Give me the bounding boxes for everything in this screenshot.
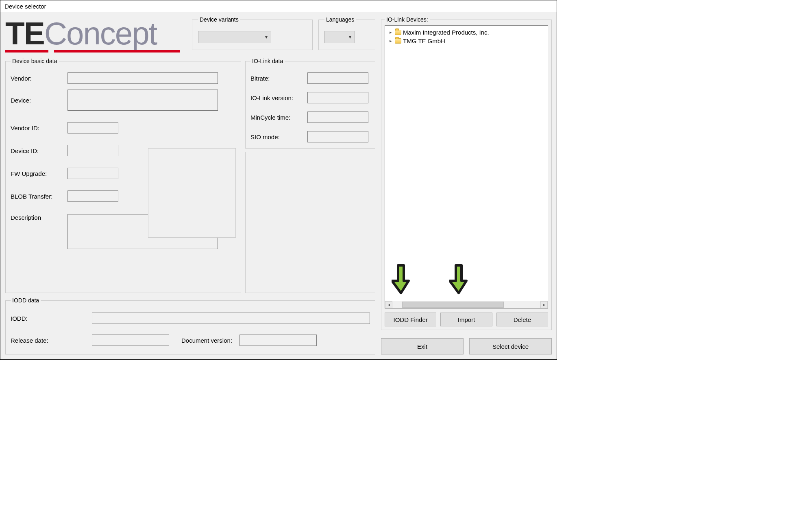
scroll-left-button[interactable]: ◂	[385, 301, 392, 308]
tree-item[interactable]: ▸ Maxim Integrated Products, Inc.	[388, 28, 544, 37]
sio-mode-field	[307, 131, 368, 142]
io-link-devices-legend: IO-Link Devices:	[385, 16, 430, 23]
right-column: IO-Link Devices: ▸ Maxim Integrated Prod…	[381, 16, 552, 354]
window-title: Device selector	[0, 0, 557, 12]
vendor-label: Vendor:	[11, 75, 67, 82]
expand-icon[interactable]: ▸	[388, 30, 393, 35]
sio-mode-label: SIO mode:	[250, 133, 307, 140]
bitrate-field	[307, 72, 368, 84]
io-link-data-group: IO-Link data Bitrate: IO-Link version: M…	[245, 58, 375, 149]
tree-horizontal-scrollbar[interactable]: ◂ ▸	[385, 301, 548, 308]
teconcept-logo: TEConcept	[5, 16, 186, 54]
io-link-data-legend: IO-Link data	[250, 58, 285, 64]
client-area: TEConcept Device variants ▾ Languages ▾	[0, 12, 557, 359]
iodd-label: IODD:	[11, 315, 88, 322]
folder-icon	[395, 30, 401, 35]
tree-item[interactable]: ▸ TMG TE GmbH	[388, 37, 544, 45]
fw-upgrade-field	[67, 168, 118, 179]
logo-te: TE	[5, 15, 44, 51]
mincycle-field	[307, 112, 368, 123]
folder-icon	[395, 38, 401, 44]
device-selector-window: Device selector TEConcept Device variant…	[0, 0, 557, 360]
device-id-label: Device ID:	[11, 147, 67, 154]
bitrate-label: Bitrate:	[250, 75, 307, 82]
logo-concept: Concept	[44, 15, 157, 51]
scroll-track[interactable]	[392, 301, 540, 308]
languages-combo[interactable]: ▾	[324, 31, 355, 43]
device-basic-data-legend: Device basic data	[11, 58, 59, 64]
release-date-label: Release date:	[11, 337, 88, 344]
extra-info-panel	[245, 152, 375, 293]
expand-icon[interactable]: ▸	[388, 38, 393, 44]
languages-group: Languages ▾	[318, 16, 375, 50]
io-link-devices-group: IO-Link Devices: ▸ Maxim Integrated Prod…	[381, 16, 552, 330]
device-variants-combo[interactable]: ▾	[198, 31, 271, 43]
mid-row: Device basic data Vendor: Device: Vendor…	[5, 58, 375, 293]
delete-button[interactable]: Delete	[496, 313, 548, 326]
top-row: TEConcept Device variants ▾ Languages ▾	[5, 16, 375, 54]
iolink-version-field	[307, 92, 368, 103]
blob-transfer-label: BLOB Transfer:	[11, 193, 67, 200]
document-version-label: Document version:	[181, 337, 232, 344]
left-column: TEConcept Device variants ▾ Languages ▾	[5, 16, 375, 354]
mincycle-label: MinCycle time:	[250, 114, 307, 121]
iolink-version-label: IO-Link version:	[250, 94, 307, 101]
iodd-field	[92, 313, 370, 324]
scroll-thumb[interactable]	[402, 302, 504, 308]
iodd-data-legend: IODD data	[11, 297, 41, 304]
devices-tree[interactable]: ▸ Maxim Integrated Products, Inc. ▸ TMG …	[385, 25, 548, 308]
chevron-down-icon: ▾	[265, 34, 268, 40]
device-id-field	[67, 145, 118, 156]
select-device-button[interactable]: Select device	[469, 338, 552, 354]
blob-transfer-field	[67, 190, 118, 202]
document-version-field	[239, 335, 317, 346]
tree-item-label: TMG TE GmbH	[403, 37, 445, 44]
scroll-right-button[interactable]: ▸	[540, 301, 548, 308]
vendor-field	[67, 72, 218, 84]
io-link-column: IO-Link data Bitrate: IO-Link version: M…	[245, 58, 375, 293]
device-basic-data-group: Device basic data Vendor: Device: Vendor…	[5, 58, 241, 293]
tree-item-label: Maxim Integrated Products, Inc.	[403, 29, 489, 36]
iodd-data-group: IODD data IODD: Release date: Document v…	[5, 297, 375, 354]
exit-button[interactable]: Exit	[381, 338, 464, 354]
iodd-finder-button[interactable]: IODD Finder	[385, 313, 436, 326]
vendor-id-label: Vendor ID:	[11, 125, 67, 131]
import-button[interactable]: Import	[440, 313, 492, 326]
device-variants-legend: Device variants	[198, 16, 240, 23]
release-date-field	[92, 335, 169, 346]
description-label: Description	[11, 214, 67, 221]
device-image-placeholder	[148, 148, 236, 238]
vendor-id-field	[67, 122, 118, 133]
device-field	[67, 90, 218, 111]
fw-upgrade-label: FW Upgrade:	[11, 170, 67, 177]
languages-legend: Languages	[324, 16, 356, 23]
device-label: Device:	[11, 97, 67, 104]
chevron-down-icon: ▾	[349, 34, 351, 40]
device-variants-group: Device variants ▾	[192, 16, 313, 50]
